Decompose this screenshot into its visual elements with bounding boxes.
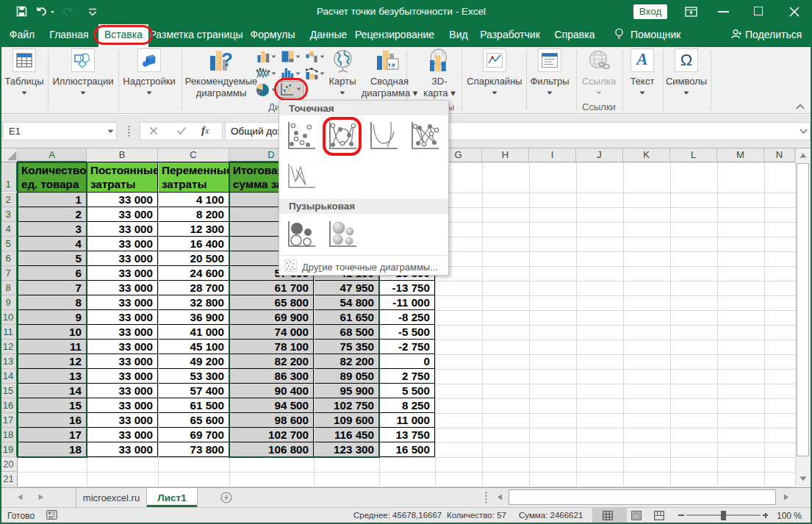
svg-text:?: ? — [221, 50, 233, 71]
